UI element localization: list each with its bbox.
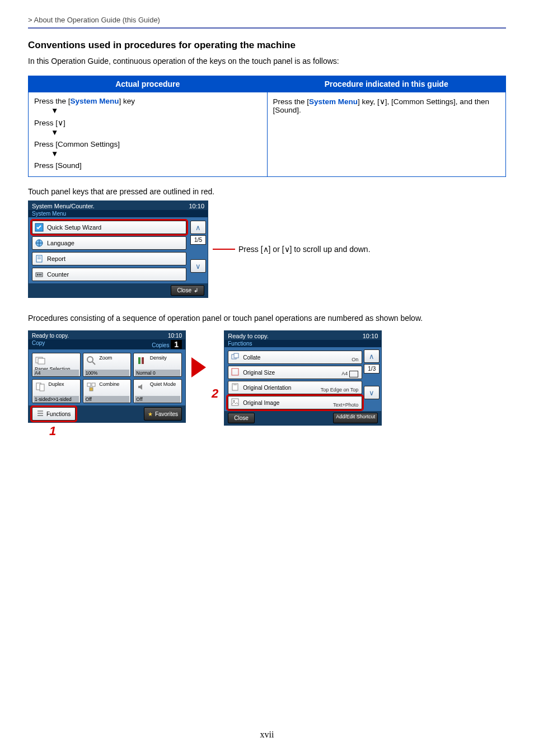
menu-item-counter[interactable]: Counter	[32, 268, 186, 281]
fn-label: Original Orientation	[243, 385, 291, 391]
close-button[interactable]: Close ↲	[171, 285, 204, 296]
cell-combine[interactable]: Combine Off	[83, 379, 132, 403]
chevron-up-icon: ∧	[369, 352, 374, 361]
functions-button[interactable]: Functions	[32, 407, 76, 421]
cell-label: Quiet Mode	[150, 382, 176, 388]
image-icon	[231, 398, 240, 408]
func-title: Ready to copy.	[228, 333, 269, 339]
zoom-icon	[86, 355, 97, 366]
sequence-text: Procedures consisting of a sequence of o…	[28, 314, 506, 323]
menu-item-label: Report	[47, 255, 65, 262]
step2: Press [∨]	[34, 118, 261, 127]
collate-icon	[231, 352, 240, 362]
step4: Press [Sound]	[34, 161, 261, 170]
cell-quiet-mode[interactable]: Quiet Mode Off	[133, 379, 182, 403]
scroll-down-button[interactable]: ∨	[190, 259, 206, 273]
cell-label: Density	[150, 356, 167, 361]
size-icon	[231, 367, 240, 377]
scroll-down-button[interactable]: ∨	[364, 386, 380, 399]
cell-zoom[interactable]: Zoom 100%	[83, 353, 132, 377]
svg-rect-18	[92, 383, 95, 386]
favorites-label: Favorites	[155, 411, 178, 417]
svg-rect-10	[38, 358, 45, 364]
svg-rect-24	[234, 353, 238, 358]
td-guide: Press the [System Menu] key, [∨], [Commo…	[267, 92, 506, 177]
combine-icon	[86, 381, 97, 393]
fn-original-size[interactable]: Original Size A4	[228, 366, 362, 379]
th-guide: Procedure indicated in this guide	[267, 76, 506, 92]
chevron-down-icon: ∨	[369, 389, 374, 397]
guide-pre: Press the [	[273, 97, 310, 106]
wizard-icon	[35, 223, 44, 232]
cell-label: Zoom	[99, 356, 112, 361]
list-icon	[37, 410, 44, 418]
shortcut-button[interactable]: Add/Edit Shortcut	[333, 413, 378, 423]
svg-rect-25	[232, 368, 238, 375]
func-subbar: Functions	[224, 340, 381, 347]
page-icon	[349, 371, 358, 377]
menu-item-wizard[interactable]: Quick Setup Wizard	[32, 221, 186, 234]
arrow-right-icon	[191, 357, 206, 377]
cell-paper-selection[interactable]: Paper Selection A4	[32, 353, 81, 377]
panel-subbar: System Menu	[29, 210, 208, 217]
fn-val: On	[352, 357, 358, 362]
outlined-note: Touch panel keys that are pressed are ou…	[28, 187, 506, 196]
scroll-up-button[interactable]: ∧	[190, 221, 206, 234]
fn-label: Original Size	[243, 370, 275, 376]
fn-original-image[interactable]: Original Image Text+Photo	[228, 396, 362, 409]
menu-item-report[interactable]: Report	[32, 252, 186, 265]
quiet-icon	[136, 381, 147, 393]
functions-panel: Ready to copy. 10:10 Functions Collate O…	[224, 330, 382, 426]
func-time: 10:10	[363, 333, 378, 339]
breadcrumb: > About the Operation Guide (this Guide)	[28, 16, 506, 27]
paper-icon	[35, 355, 46, 366]
scroll-tip: Press [∧] or [∨] to scroll up and down.	[238, 245, 371, 254]
duplex-icon	[35, 381, 46, 393]
scroll-up-button[interactable]: ∧	[364, 349, 380, 363]
menu-item-language[interactable]: Language	[32, 236, 186, 250]
close-button[interactable]: Close	[228, 413, 255, 423]
td-actual: Press the [System Menu] key ▼ Press [∨] …	[29, 92, 268, 177]
cell-duplex[interactable]: Duplex 1-sided>>1-sided	[32, 379, 81, 403]
menu-item-label: Quick Setup Wizard	[47, 224, 101, 231]
copy-title: Ready to copy.	[32, 333, 69, 339]
globe-icon	[35, 239, 44, 248]
svg-rect-19	[90, 388, 93, 391]
down-arrow-icon: ▼	[51, 150, 261, 158]
density-icon	[136, 355, 147, 366]
close-label: Close	[234, 415, 249, 421]
fn-val: A4	[341, 371, 358, 377]
panel-time: 10:10	[189, 203, 204, 209]
cell-label: Duplex	[49, 382, 64, 388]
svg-rect-8	[40, 274, 41, 276]
th-actual: Actual procedure	[29, 76, 268, 92]
step1-pre: Press the [	[34, 97, 71, 105]
favorites-button[interactable]: ★ Favorites	[144, 407, 182, 421]
report-icon	[35, 254, 44, 263]
shortcut-label: Add/Edit Shortcut	[336, 414, 375, 419]
system-menu-panel: System Menu/Counter. 10:10 System Menu Q…	[28, 200, 208, 298]
copy-time: 10:10	[168, 333, 182, 339]
divider	[28, 27, 506, 29]
down-arrow-icon: ▼	[51, 128, 261, 137]
svg-rect-6	[37, 274, 38, 276]
cell-val: 1-sided>>1-sided	[34, 396, 79, 403]
svg-rect-16	[40, 384, 44, 391]
page-number: xvii	[28, 730, 506, 740]
fn-original-orientation[interactable]: Original Orientation Top Edge on Top	[228, 381, 362, 394]
section-heading: Conventions used in procedures for opera…	[28, 40, 506, 51]
cell-val: A4	[34, 370, 79, 376]
enter-icon: ↲	[194, 287, 198, 293]
orientation-icon	[231, 382, 240, 393]
fn-collate[interactable]: Collate On	[228, 351, 362, 364]
svg-point-11	[87, 357, 93, 362]
copy-panel: Ready to copy. 10:10 Copy Copies 1 Paper…	[28, 330, 186, 423]
cell-density[interactable]: Density Normal 0	[133, 353, 182, 377]
cell-val: 100%	[85, 370, 130, 376]
svg-line-12	[92, 362, 95, 365]
system-menu-key: System Menu	[309, 97, 358, 106]
page-indicator: 1/5	[190, 235, 206, 245]
star-icon: ★	[148, 411, 153, 417]
cell-label: Combine	[99, 382, 119, 388]
functions-label: Functions	[46, 411, 71, 417]
